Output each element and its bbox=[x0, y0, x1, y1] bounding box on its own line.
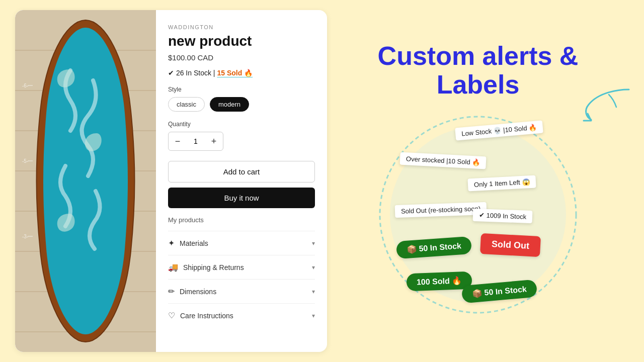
my-products-label: My products bbox=[168, 216, 315, 224]
care-label: Care Instructions bbox=[180, 312, 233, 320]
stock-info: ✔ 26 In Stock | 15 Sold 🔥 bbox=[168, 69, 315, 77]
labels-circle: Low Stock 💀 |10 Sold 🔥 Over stocked |10 … bbox=[372, 109, 584, 320]
style-label: Style bbox=[168, 86, 315, 93]
quantity-increase[interactable]: + bbox=[205, 132, 223, 150]
shipping-icon: 🚚 bbox=[168, 262, 178, 272]
headline-line2: Labels bbox=[437, 70, 520, 99]
materials-icon: ✦ bbox=[168, 238, 175, 248]
care-icon: ♡ bbox=[168, 311, 175, 320]
chevron-dimensions: ▾ bbox=[312, 288, 315, 295]
dimensions-icon: ✏ bbox=[168, 287, 175, 296]
chevron-shipping: ▾ bbox=[312, 264, 315, 271]
stock-count: ✔ 26 In Stock | bbox=[168, 69, 215, 77]
quantity-label: Quantity bbox=[168, 121, 315, 128]
svg-text:-6-: -6- bbox=[22, 83, 28, 88]
accordion-dimensions[interactable]: ✏ Dimensions ▾ bbox=[168, 279, 315, 303]
product-details: WADDINGTON new product $100.00 CAD ✔ 26 … bbox=[156, 10, 327, 352]
product-price: $100.00 CAD bbox=[168, 53, 315, 62]
sold-count: 15 Sold 🔥 bbox=[217, 69, 253, 77]
dimensions-label: Dimensions bbox=[180, 288, 216, 296]
label-in-stock-1009: ✔ 1009 In Stock bbox=[473, 209, 533, 223]
buy-now-button[interactable]: Buy it now bbox=[168, 188, 315, 208]
accordion-materials[interactable]: ✦ Materials ▾ bbox=[168, 231, 315, 255]
quantity-decrease[interactable]: − bbox=[169, 132, 187, 150]
style-classic[interactable]: classic bbox=[168, 97, 205, 112]
style-options: classic modern bbox=[168, 97, 315, 112]
arrow-decoration bbox=[579, 84, 639, 125]
svg-text:-3-: -3- bbox=[22, 234, 28, 239]
quantity-control: − 1 + bbox=[168, 132, 223, 151]
style-modern[interactable]: modern bbox=[210, 97, 249, 112]
chevron-materials: ▾ bbox=[312, 240, 315, 247]
right-panel: Custom alerts & Labels Low Stock 💀 |10 S… bbox=[327, 10, 629, 352]
shipping-label: Shipping & Returns bbox=[183, 263, 244, 272]
add-to-cart-button[interactable]: Add to cart bbox=[168, 161, 315, 183]
headline: Custom alerts & Labels bbox=[378, 42, 579, 99]
label-100-sold: 100 Sold 🔥 bbox=[406, 272, 472, 292]
product-card: -6- -5- -3- WADDINGTON new product $100.… bbox=[15, 10, 327, 352]
product-image: -6- -5- -3- bbox=[15, 10, 156, 352]
headline-line1: Custom alerts & bbox=[378, 41, 579, 70]
accordion-care[interactable]: ♡ Care Instructions ▾ bbox=[168, 303, 315, 327]
label-sold-out-red: Sold Out bbox=[480, 233, 541, 257]
svg-text:-5-: -5- bbox=[22, 158, 28, 164]
product-title: new product bbox=[168, 33, 315, 49]
brand-label: WADDINGTON bbox=[168, 24, 315, 30]
accordion-shipping[interactable]: 🚚 Shipping & Returns ▾ bbox=[168, 255, 315, 279]
materials-label: Materials bbox=[180, 239, 208, 247]
chevron-care: ▾ bbox=[312, 312, 315, 319]
quantity-value: 1 bbox=[187, 137, 205, 145]
